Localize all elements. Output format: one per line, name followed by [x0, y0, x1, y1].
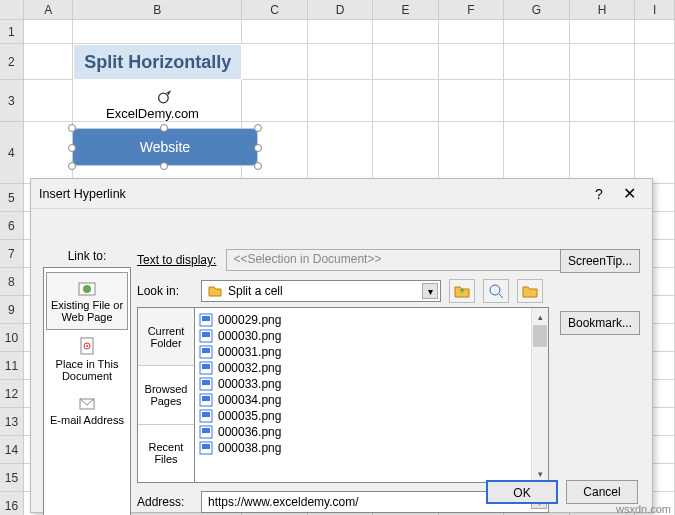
cell[interactable]: [439, 20, 505, 44]
resize-handle[interactable]: [68, 144, 76, 152]
resize-handle[interactable]: [254, 162, 262, 170]
cell[interactable]: [635, 20, 675, 44]
select-all-corner[interactable]: [0, 0, 24, 20]
scroll-up-icon[interactable]: ▴: [532, 308, 548, 325]
cell[interactable]: [635, 122, 675, 184]
cell[interactable]: [308, 80, 374, 122]
row-header-14[interactable]: 14: [0, 436, 24, 464]
linkto-place-in-doc[interactable]: Place in This Document: [46, 330, 128, 388]
linkto-existing-file[interactable]: Existing File or Web Page: [46, 272, 128, 330]
file-item[interactable]: 000032.png: [197, 360, 546, 376]
resize-handle[interactable]: [68, 124, 76, 132]
cell[interactable]: [570, 44, 636, 80]
cell[interactable]: [504, 44, 570, 80]
cell[interactable]: [373, 122, 439, 184]
cell[interactable]: [373, 80, 439, 122]
resize-handle[interactable]: [160, 162, 168, 170]
cell[interactable]: [504, 80, 570, 122]
scroll-thumb[interactable]: [533, 325, 547, 347]
cell[interactable]: [570, 80, 636, 122]
row-header-11[interactable]: 11: [0, 352, 24, 380]
dropdown-arrow-icon[interactable]: ▾: [422, 283, 438, 299]
cell[interactable]: [24, 80, 74, 122]
cancel-button[interactable]: Cancel: [566, 480, 638, 504]
row-header-3[interactable]: 3: [0, 80, 24, 122]
cell[interactable]: [242, 44, 308, 80]
cell[interactable]: [439, 80, 505, 122]
cell[interactable]: [308, 44, 374, 80]
row-header-1[interactable]: 1: [0, 20, 24, 44]
cell[interactable]: [24, 20, 74, 44]
file-item[interactable]: 000035.png: [197, 408, 546, 424]
cell[interactable]: [504, 122, 570, 184]
col-header-D[interactable]: D: [308, 0, 374, 20]
row-header-12[interactable]: 12: [0, 380, 24, 408]
close-button[interactable]: ✕: [614, 184, 644, 203]
row-header-9[interactable]: 9: [0, 296, 24, 324]
resize-handle[interactable]: [68, 162, 76, 170]
browse-file-button[interactable]: [517, 279, 543, 303]
row-header-7[interactable]: 7: [0, 240, 24, 268]
cell[interactable]: [308, 20, 374, 44]
up-folder-button[interactable]: [449, 279, 475, 303]
dialog-titlebar[interactable]: Insert Hyperlink ? ✕: [31, 179, 652, 209]
cell[interactable]: [24, 44, 74, 80]
cell[interactable]: [373, 44, 439, 80]
cell[interactable]: [570, 122, 636, 184]
col-header-E[interactable]: E: [373, 0, 439, 20]
col-header-I[interactable]: I: [635, 0, 675, 20]
cell[interactable]: [635, 80, 675, 122]
help-button[interactable]: ?: [584, 186, 614, 202]
row-header-6[interactable]: 6: [0, 212, 24, 240]
file-item[interactable]: 000034.png: [197, 392, 546, 408]
file-item[interactable]: 000036.png: [197, 424, 546, 440]
tab-browsed-pages[interactable]: BrowsedPages: [138, 366, 194, 424]
cell[interactable]: [73, 20, 242, 44]
browse-web-button[interactable]: [483, 279, 509, 303]
bookmark-button[interactable]: Bookmark...: [560, 311, 640, 335]
cell[interactable]: [439, 122, 505, 184]
screentip-button[interactable]: ScreenTip...: [560, 249, 640, 273]
website-shape[interactable]: Website: [72, 128, 258, 166]
column-headers: A B C D E F G H I: [0, 0, 675, 20]
cell[interactable]: [242, 20, 308, 44]
row-header-10[interactable]: 10: [0, 324, 24, 352]
col-header-H[interactable]: H: [570, 0, 636, 20]
cell[interactable]: [24, 122, 74, 184]
file-item[interactable]: 000033.png: [197, 376, 546, 392]
file-item[interactable]: 000030.png: [197, 328, 546, 344]
cell[interactable]: [439, 44, 505, 80]
cell[interactable]: [570, 20, 636, 44]
file-item[interactable]: 000038.png: [197, 440, 546, 456]
cell[interactable]: [635, 44, 675, 80]
cell-b2[interactable]: Split Horizontally: [73, 44, 242, 80]
col-header-B[interactable]: B: [73, 0, 242, 20]
row-header-4[interactable]: 4: [0, 122, 24, 184]
row-header-2[interactable]: 2: [0, 44, 24, 80]
cell[interactable]: [242, 80, 308, 122]
scrollbar[interactable]: ▴ ▾: [531, 308, 548, 482]
col-header-A[interactable]: A: [24, 0, 74, 20]
look-in-dropdown[interactable]: Split a cell ▾: [201, 280, 441, 302]
file-item[interactable]: 000031.png: [197, 344, 546, 360]
col-header-F[interactable]: F: [439, 0, 505, 20]
cell[interactable]: [373, 20, 439, 44]
col-header-C[interactable]: C: [242, 0, 308, 20]
cell[interactable]: [504, 20, 570, 44]
row-header-16[interactable]: 16: [0, 492, 24, 515]
row-header-13[interactable]: 13: [0, 408, 24, 436]
row-header-8[interactable]: 8: [0, 268, 24, 296]
row-header-5[interactable]: 5: [0, 184, 24, 212]
file-list[interactable]: 000029.png000030.png000031.png000032.png…: [195, 307, 549, 483]
cell[interactable]: [308, 122, 374, 184]
resize-handle[interactable]: [160, 124, 168, 132]
linkto-email[interactable]: E-mail Address: [46, 388, 128, 432]
ok-button[interactable]: OK: [486, 480, 558, 504]
tab-current-folder[interactable]: CurrentFolder: [138, 308, 194, 366]
tab-recent-files[interactable]: RecentFiles: [138, 425, 194, 482]
resize-handle[interactable]: [254, 144, 262, 152]
row-header-15[interactable]: 15: [0, 464, 24, 492]
col-header-G[interactable]: G: [504, 0, 570, 20]
file-item[interactable]: 000029.png: [197, 312, 546, 328]
resize-handle[interactable]: [254, 124, 262, 132]
